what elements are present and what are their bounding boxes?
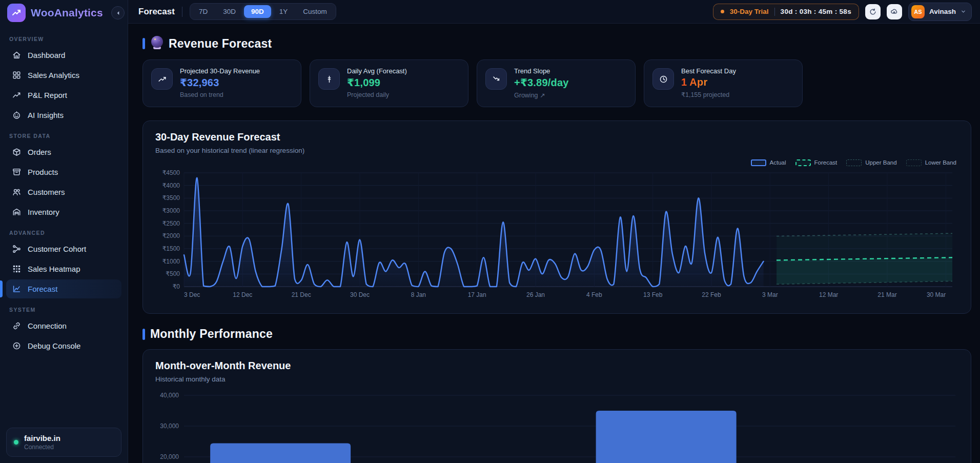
main-area: Forecast 7D30D90D1YCustom 30-Day Trial 3…: [128, 0, 980, 463]
stat-card-trend-slope: Trend Slope +₹3.89/day Growing ↗: [477, 59, 636, 107]
sidebar-item-connection[interactable]: Connection: [6, 316, 121, 335]
svg-text:₹500: ₹500: [166, 270, 180, 277]
svg-text:₹1000: ₹1000: [162, 258, 180, 265]
legend-item-forecast[interactable]: Forecast: [795, 159, 838, 166]
nav-section-label: ADVANCED: [9, 230, 118, 236]
stat-value: ₹32,963: [180, 76, 260, 89]
trend-icon: [11, 90, 22, 100]
svg-text:₹2000: ₹2000: [162, 232, 180, 239]
nav-section-label: STORE DATA: [9, 133, 118, 139]
sidebar-item-pl-report[interactable]: P&L Report: [6, 86, 121, 105]
sidebar-item-debug-console[interactable]: Debug Console: [6, 336, 121, 355]
sidebar-item-sales-heatmap[interactable]: Sales Heatmap: [6, 259, 121, 278]
clock-icon: [652, 68, 674, 90]
trial-badge: 30-Day Trial 30d : 03h : 45m : 58s: [713, 4, 859, 20]
stat-value: ₹1,099: [347, 76, 407, 89]
forecast-line-chart[interactable]: ₹0₹500₹1000₹1500₹2000₹2500₹3000₹3500₹400…: [155, 169, 959, 301]
sidebar: WooAnalytics OVERVIEWDashboardSales Anal…: [0, 0, 128, 463]
svg-text:40,000: 40,000: [160, 392, 179, 399]
section-accent-bar: [142, 38, 145, 49]
svg-text:20,000: 20,000: [160, 453, 179, 460]
forecast-icon: [11, 284, 22, 294]
nav-section-label: OVERVIEW: [9, 36, 118, 42]
svg-text:₹1500: ₹1500: [162, 245, 180, 252]
stat-title: Best Forecast Day: [681, 67, 736, 75]
svg-text:₹4500: ₹4500: [162, 169, 180, 176]
range-button-90d[interactable]: 90D: [244, 5, 271, 18]
grid-icon: [11, 70, 22, 80]
sidebar-item-products[interactable]: Products: [6, 163, 121, 182]
sidebar-collapse-button[interactable]: [111, 6, 125, 19]
svg-text:17 Jan: 17 Jan: [468, 291, 486, 298]
trial-label: 30-Day Trial: [730, 8, 769, 15]
sidebar-item-ai-insights[interactable]: AI Insights: [6, 106, 121, 125]
stat-title: Trend Slope: [514, 67, 569, 75]
sidebar-item-label: P&L Report: [28, 91, 67, 99]
trending-up-icon: [151, 68, 173, 90]
bot-icon: [11, 110, 22, 120]
topbar-right: 30-Day Trial 30d : 03h : 45m : 58s AS Av…: [713, 3, 972, 21]
sidebar-item-orders[interactable]: Orders: [6, 143, 121, 162]
stats-row: Projected 30-Day Revenue ₹32,963 Based o…: [142, 59, 971, 107]
legend-item-actual[interactable]: Actual: [751, 159, 786, 166]
sidebar-nav: OVERVIEWDashboardSales AnalyticsP&L Repo…: [0, 26, 128, 421]
sidebar-item-label: Connection: [28, 321, 67, 330]
range-button-30d[interactable]: 30D: [216, 5, 243, 18]
user-name: Avinash: [929, 8, 956, 15]
sidebar-item-sales-analytics[interactable]: Sales Analytics: [6, 66, 121, 85]
svg-text:12 Mar: 12 Mar: [819, 291, 838, 298]
forecast-chart-card: 30-Day Revenue Forecast Based on your hi…: [142, 120, 971, 314]
topbar-divider: [182, 7, 182, 17]
monthly-bar-chart[interactable]: 40,00030,00020,00010,0000DecJanFebMar: [155, 390, 959, 463]
svg-text:30,000: 30,000: [160, 422, 179, 430]
legend-item-lower-band[interactable]: Lower Band: [906, 159, 956, 166]
stat-subtext: Projected daily: [347, 91, 407, 98]
sidebar-item-label: Forecast: [28, 285, 57, 293]
archive-icon: [11, 167, 22, 177]
stat-value: +₹3.89/day: [514, 76, 569, 89]
refresh-button[interactable]: [865, 4, 881, 19]
chart-title: 30-Day Revenue Forecast: [155, 131, 958, 143]
range-button-7d[interactable]: 7D: [192, 5, 215, 18]
plus-circle-icon: [11, 341, 22, 351]
trial-dot-icon: [721, 10, 724, 13]
activity-down-icon: [485, 68, 507, 90]
range-button-1y[interactable]: 1Y: [272, 5, 295, 18]
user-menu[interactable]: AS Avinash: [908, 3, 972, 21]
sidebar-item-inventory[interactable]: Inventory: [6, 203, 121, 222]
cloud-download-button[interactable]: [887, 4, 902, 19]
chart-subtitle: Based on your historical trend (linear r…: [155, 147, 958, 154]
svg-text:3 Mar: 3 Mar: [762, 291, 778, 298]
svg-text:₹4000: ₹4000: [162, 182, 180, 189]
home-icon: [11, 50, 22, 60]
legend-swatch: [795, 159, 811, 166]
sidebar-item-label: Sales Heatmap: [28, 265, 80, 273]
nav-section-label: SYSTEM: [9, 307, 118, 313]
sidebar-item-label: Debug Console: [28, 341, 80, 350]
svg-text:22 Feb: 22 Feb: [702, 291, 721, 298]
sidebar-item-label: Dashboard: [28, 51, 65, 59]
stat-subtext: Growing ↗: [514, 91, 569, 99]
sidebar-item-label: Inventory: [28, 208, 59, 216]
range-button-custom[interactable]: Custom: [296, 5, 334, 18]
svg-text:12 Dec: 12 Dec: [233, 291, 252, 298]
section-title: Revenue Forecast: [169, 37, 272, 51]
sidebar-item-label: Sales Analytics: [28, 71, 79, 79]
svg-text:₹0: ₹0: [173, 283, 180, 290]
connected-status-dot: [14, 440, 18, 445]
users-icon: [11, 187, 22, 197]
chevron-down-icon: [961, 7, 966, 16]
sidebar-item-customers[interactable]: Customers: [6, 183, 121, 202]
stat-subtext: Based on trend: [180, 91, 260, 98]
stat-subtext: ₹1,155 projected: [681, 91, 736, 98]
svg-text:30 Mar: 30 Mar: [927, 291, 946, 298]
sidebar-header: WooAnalytics: [0, 0, 128, 26]
page-title: Forecast: [138, 7, 175, 17]
sidebar-item-forecast[interactable]: Forecast: [6, 279, 121, 298]
store-connection-card[interactable]: fairvibe.in Connected: [6, 428, 121, 457]
sidebar-item-dashboard[interactable]: Dashboard: [6, 46, 121, 65]
rupee-icon: [318, 68, 340, 90]
app-root: WooAnalytics OVERVIEWDashboardSales Anal…: [0, 0, 980, 463]
legend-item-upper-band[interactable]: Upper Band: [846, 159, 896, 166]
sidebar-item-customer-cohort[interactable]: Customer Cohort: [6, 239, 121, 258]
